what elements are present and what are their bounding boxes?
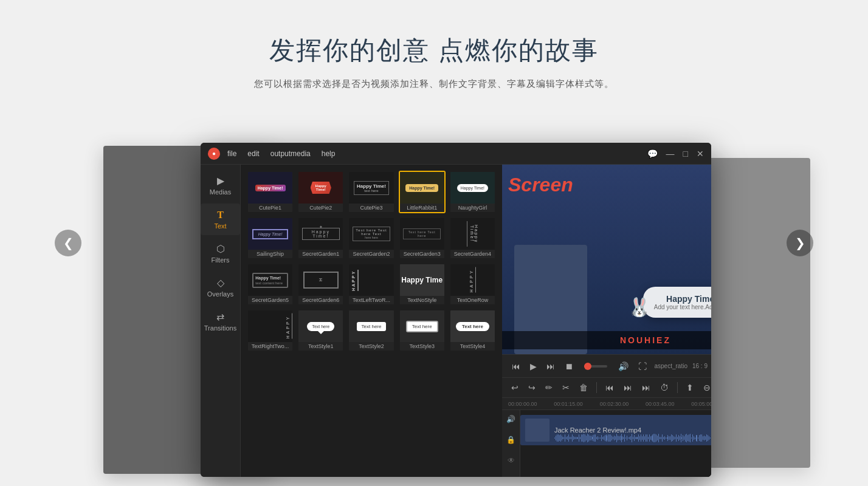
sidebar-item-medias[interactable]: ▶ Medias [201,169,240,201]
template-secretgarden4-name: SecretGarden4 [450,250,495,258]
filters-icon: ⬡ [216,243,225,255]
skip-forward-btn[interactable]: ⏭ [544,360,557,372]
next-arrow[interactable]: ❯ [787,230,813,256]
template-textstyle3[interactable]: Text here TextStyle3 [399,309,446,352]
app-body: ▶ Medias T Text ⬡ Filters ◇ Overlays ⇄ T… [201,165,711,477]
skip-back-btn[interactable]: ⏮ [509,360,523,372]
template-secretgarden2[interactable]: Text here Text here Text here here Secre… [348,217,394,259]
timeline-controls: 🔊 🔒 👁 [502,410,520,477]
play-btn[interactable]: ▶ [528,360,539,372]
text-icon: T [217,210,224,221]
template-secretgarden3[interactable]: Text here Text here SecretGarden3 [399,217,446,259]
template-cutepie3[interactable]: Happy Time! text here CutePie3 [348,171,394,213]
template-secretgarden1-name: SecretGarden1 [298,250,343,258]
sidebar-item-overlays[interactable]: ◇ Overlays [201,272,240,303]
medias-label: Medias [210,188,231,196]
prev-arrow[interactable]: ❮ [55,230,81,256]
track-lock-icon[interactable]: 🔒 [506,436,515,444]
split-btn[interactable]: ⏭ [621,381,635,394]
template-textlefttworows[interactable]: HAPPY TextLeftTwoR... [348,263,394,306]
overlays-icon: ◇ [217,277,224,289]
next-frame-btn[interactable]: ⏭ [639,381,653,394]
time-btn[interactable]: ⏱ [657,381,672,394]
window-controls: 💬 — □ ✕ [647,149,704,159]
template-naughtygirl[interactable]: Happy Time! NaughtyGirl [449,171,496,213]
template-secretgarden5[interactable]: Happy Time! text content here SecretGard… [247,263,294,306]
template-textstyle3-name: TextStyle3 [400,342,444,351]
template-secretgarden4[interactable]: HappyTime! SecretGarden4 [449,217,496,259]
close-icon[interactable]: ✕ [697,149,704,159]
template-textonerow-name: TextOneRow [450,296,495,304]
template-textnostyle[interactable]: Happy Time TextNoStyle [399,263,446,306]
fullscreen-btn[interactable]: ⛶ [636,360,649,372]
bottom-banner-text: NOUHIEZ [620,335,671,345]
template-secretgarden1[interactable]: Happy Time! ✦ SecretGarden1 [297,217,344,259]
prev-arrow-icon: ❮ [63,236,74,250]
template-cutepie2[interactable]: HappyTime! CutePie2 [297,171,344,213]
maximize-icon[interactable]: □ [683,149,688,159]
app-logo: ● [208,148,220,160]
sidebar-item-text[interactable]: T Text [201,204,240,235]
edit-btn[interactable]: ✏ [542,381,556,394]
zoom-out-btn[interactable]: ⊖ [700,381,711,394]
video-track[interactable]: Jack Reacher 2 Review!.mp4 [520,415,711,445]
template-secretgarden5-name: SecretGarden5 [248,296,292,304]
sidebar-item-filters[interactable]: ⬡ Filters [201,238,240,269]
progress-bar[interactable] [584,365,607,368]
timeline-area: 00:00:00.00 00:01:15.00 00:02:30.00 00:0… [502,398,711,477]
progress-dot [584,363,591,370]
templates-grid: Happy Time! CutePie1 HappyTime! CutePie2 [247,171,496,352]
template-secretgarden6[interactable]: H SecretGarden6 [297,263,344,306]
screen-title: Screen [508,174,573,196]
content-area: Happy Time! CutePie1 HappyTime! CutePie2 [241,165,711,477]
toolbar-divider-2 [677,382,678,393]
sidebar-item-transitions[interactable]: ⇄ Transitions [201,306,240,337]
undo-btn[interactable]: ↩ [508,381,522,394]
timeline-ruler: 00:00:00.00 00:01:15.00 00:02:30.00 00:0… [502,398,711,410]
overlay-title: Happy Time! [653,294,711,304]
mark-4: 00:05:00.00 [691,401,711,407]
mark-3: 00:03:45.00 [646,401,691,407]
aspect-ratio: aspect_ratio [654,363,687,369]
mark-0: 00:00:00.00 [508,401,554,407]
template-textstyle4-name: TextStyle4 [450,342,495,351]
template-textstyle1[interactable]: Text here TextStyle1 [297,309,344,352]
template-cutepie2-name: CutePie2 [298,204,343,212]
menu-outputmedia[interactable]: outputmedia [270,149,311,158]
export-btn[interactable]: ⬆ [683,381,697,394]
video-preview: Screen NOUHIEZ 🐰 Happy Time! Add your [502,165,711,354]
template-cutepie1[interactable]: Happy Time! CutePie1 [247,171,294,213]
template-textonerow[interactable]: HAPPY TextOneRow [449,263,496,306]
volume-btn[interactable]: 🔊 [616,360,631,372]
template-textrighttwo[interactable]: HAPPY TextRightTwo... [247,309,294,352]
stop-btn[interactable]: ⏹ [562,360,576,372]
template-littlerabbit1[interactable]: Happy Time! LittleRabbit1 [399,171,446,213]
template-textrighttwo-name: TextRightTwo... [248,342,292,351]
template-sailingship[interactable]: Happy Time! SailingShip [247,217,294,259]
medias-icon: ▶ [217,175,224,187]
cut-btn[interactable]: ✂ [559,381,573,394]
text-overlay: 🐰 Happy Time! Add your text here.Add you… [643,287,711,318]
timeline-track-area: 🔊 🔒 👁 Jack Reacher 2 Review!.mp4 [502,410,711,477]
toolbar-divider-1 [596,382,597,393]
menu-edit[interactable]: edit [247,149,259,158]
track-volume-icon[interactable]: 🔊 [506,415,515,423]
next-arrow-icon: ❯ [795,236,805,250]
prev-frame-btn[interactable]: ⏮ [602,381,617,394]
template-textstyle2[interactable]: Text here TextStyle2 [348,309,394,352]
delete-btn[interactable]: 🗑 [576,381,591,394]
template-textstyle4[interactable]: Text here TextStyle4 [449,309,496,352]
aspect-ratio-value: 16 : 9 [692,363,708,369]
template-secretgarden2-name: SecretGarden2 [349,250,393,258]
minimize-icon[interactable]: — [666,149,675,159]
menu-help[interactable]: help [322,149,336,158]
template-textstyle1-name: TextStyle1 [298,342,343,351]
track-waveform [554,433,711,443]
menu-file[interactable]: file [227,149,236,158]
template-sailingship-name: SailingShip [248,250,292,258]
text-label: Text [214,222,226,230]
video-controls: ⏮ ▶ ⏭ ⏹ 🔊 ⛶ aspect_ratio 16 : 9 00:00:00… [502,354,711,377]
redo-btn[interactable]: ↪ [525,381,539,394]
track-eye-icon[interactable]: 👁 [508,456,515,465]
chat-icon[interactable]: 💬 [647,149,658,159]
